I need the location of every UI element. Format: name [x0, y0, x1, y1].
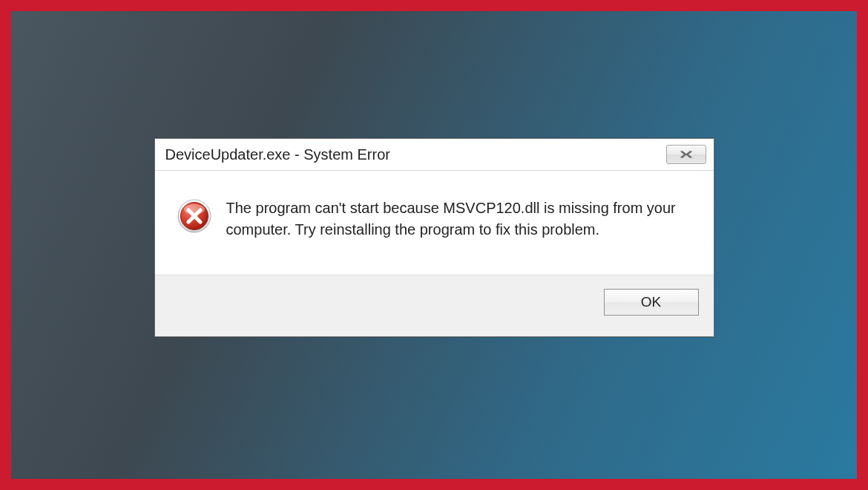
window-title: DeviceUpdater.exe - System Error [165, 146, 390, 163]
desktop-background: DeviceUpdater.exe - System Error [11, 11, 857, 479]
close-icon [678, 150, 694, 159]
close-button[interactable] [666, 145, 706, 164]
ok-button[interactable]: OK [604, 289, 699, 316]
error-message: The program can't start because MSVCP120… [226, 197, 686, 241]
dialog-content: The program can't start because MSVCP120… [155, 171, 714, 275]
button-bar: OK [155, 275, 714, 336]
error-dialog: DeviceUpdater.exe - System Error [154, 138, 714, 337]
title-bar: DeviceUpdater.exe - System Error [155, 139, 714, 171]
error-icon [177, 199, 211, 236]
